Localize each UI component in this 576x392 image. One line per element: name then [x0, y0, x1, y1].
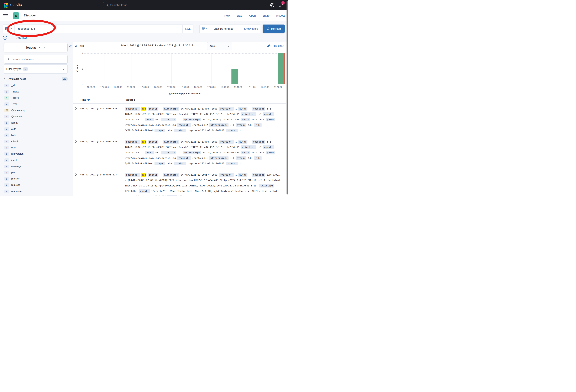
vertical-scrollbar[interactable]: [287, 1, 288, 195]
field-value: -: [160, 173, 161, 176]
nav-link-share[interactable]: Share: [262, 14, 269, 17]
field-name: _score: [11, 96, 19, 99]
field-item-_score[interactable]: #_score: [4, 95, 69, 101]
row-source: response: 404 ident: - timestamp: 04/Mar…: [125, 170, 284, 196]
field-item-_type[interactable]: t_type: [4, 101, 69, 107]
highlighted-value: 404: [141, 173, 146, 177]
index-pattern-select[interactable]: logstash-*: [4, 43, 68, 52]
refresh-button[interactable]: Refresh: [262, 25, 285, 33]
elastic-logo-icon[interactable]: [3, 2, 9, 8]
field-search-placeholder: Search field names: [12, 58, 34, 61]
query-band: response:404 KQL Last 15 minutes Show da…: [0, 21, 288, 42]
field-item-_id[interactable]: t_id: [4, 82, 69, 88]
field-item-ident[interactable]: tident: [4, 157, 69, 163]
chart-time-range: Mar 4, 2021 @ 16:58:30.112 - Mar 4, 2021…: [121, 44, 193, 47]
field-badge: _score:: [226, 129, 238, 132]
field-item-timestamp[interactable]: ttimestamp: [4, 194, 69, 196]
string-field-icon: t: [4, 146, 9, 149]
discover-app-badge[interactable]: D: [13, 12, 19, 19]
string-field-icon: t: [4, 134, 9, 137]
field-name: response: [11, 190, 22, 193]
query-input[interactable]: response:404: [15, 25, 182, 33]
nav-link-inspect[interactable]: Inspect: [276, 14, 285, 17]
field-value: /var/www/example.com/logs/access.log: [125, 157, 176, 159]
field-item-path[interactable]: tpath: [4, 169, 69, 176]
newsfeed-icon[interactable]: [279, 3, 284, 7]
documents-table: Time _source Mar 4, 2021 @ 17:13:07.876r…: [73, 98, 287, 196]
show-dates-button[interactable]: Show dates: [244, 25, 260, 33]
field-value: ByBN_3cB04dGovJLOawo: [125, 162, 153, 165]
field-item-httpversion[interactable]: thttpversion: [4, 151, 69, 157]
interval-select[interactable]: Auto: [207, 42, 232, 50]
quick-select-menu-button[interactable]: [200, 25, 211, 33]
global-search-placeholder: Search Elastic: [110, 4, 127, 7]
nav-link-save[interactable]: Save: [236, 14, 242, 17]
field-item-@version[interactable]: t@version: [4, 113, 69, 120]
field-name: path: [11, 171, 16, 174]
time-range-display[interactable]: Last 15 minutes: [211, 25, 244, 33]
nav-link-new[interactable]: New: [224, 14, 230, 17]
histogram-bar-17:13:00[interactable]: [278, 53, 285, 84]
field-item-message[interactable]: tmessage: [4, 163, 69, 169]
chart-plot-area[interactable]: [85, 53, 285, 84]
field-name: ident: [11, 159, 17, 162]
field-badge: _index:: [174, 129, 186, 132]
saved-query-menu-button[interactable]: [3, 25, 15, 33]
field-item-request[interactable]: trequest: [4, 182, 69, 188]
query-language-button[interactable]: KQL: [182, 25, 193, 33]
date-picker-group: Last 15 minutes Show dates: [200, 25, 261, 33]
string-field-icon: t: [4, 196, 9, 196]
x-tick-label: 17:13:00: [274, 86, 282, 88]
field-value: ::1: [257, 146, 261, 149]
field-value: 1.1: [230, 157, 234, 159]
field-value: Mar 4, 2021 @ 17:13:06.870: [203, 151, 239, 154]
field-name: message: [11, 165, 22, 168]
field-badge: message:: [252, 173, 265, 177]
x-tick-label: 17:00:00: [100, 86, 109, 88]
field-item-_index[interactable]: t_index: [4, 88, 69, 95]
collapse-sidebar-icon[interactable]: [69, 45, 73, 49]
field-search-input[interactable]: Search field names: [4, 55, 68, 64]
field-name: _index: [11, 90, 19, 93]
table-body: Mar 4, 2021 @ 17:13:07.876response: 404 …: [73, 104, 287, 196]
x-tick-label: 17:07:00: [194, 86, 202, 88]
field-badge: _score:: [226, 162, 238, 165]
field-item-referrer[interactable]: treferrer: [4, 176, 69, 182]
histogram-bar-17:09:30[interactable]: [231, 69, 238, 84]
menu-icon[interactable]: [3, 14, 8, 18]
field-badge: verb:: [167, 195, 177, 196]
interval-value: Auto: [209, 45, 215, 48]
field-badge: auth:: [238, 140, 247, 143]
expand-row-icon[interactable]: [74, 140, 78, 143]
hide-chart-button[interactable]: Hide chart: [266, 44, 284, 48]
field-item-agent[interactable]: tagent: [4, 120, 69, 126]
page-title: Discover: [24, 14, 36, 17]
field-badge: clientip:: [241, 145, 256, 149]
field-item-auth[interactable]: tauth: [4, 126, 69, 132]
global-search-input[interactable]: Search Elastic: [103, 2, 191, 8]
filter-icon: [3, 35, 7, 40]
field-item-response[interactable]: tresponse: [4, 188, 69, 194]
field-value: -: [249, 107, 250, 110]
add-filter-button[interactable]: + Add filter: [14, 36, 27, 39]
filter-by-type-button[interactable]: Filter by type 0: [4, 64, 68, 74]
expand-row-icon[interactable]: [74, 173, 78, 176]
field-item-host[interactable]: thost: [4, 145, 69, 151]
highlighted-value: 404: [141, 107, 146, 111]
help-icon[interactable]: [270, 3, 275, 7]
field-badge: agent:: [139, 189, 150, 193]
row-timestamp: Mar 4, 2021 @ 17:13:07.876: [80, 106, 117, 111]
available-fields-header[interactable]: Available fields 20: [4, 77, 68, 81]
nav-link-open[interactable]: Open: [249, 14, 256, 17]
string-field-icon: t: [4, 158, 9, 162]
field-value: 04/Mar/2021:22:13:06 +0000: [181, 107, 217, 110]
x-tick-label: 17:12:00: [261, 86, 269, 88]
field-item-@timestamp[interactable]: @timestamp: [4, 107, 69, 113]
available-fields-count-badge: 20: [62, 77, 68, 81]
filter-by-type-count-badge: 0: [23, 67, 28, 71]
time-column-header[interactable]: Time: [80, 98, 90, 101]
expand-row-icon[interactable]: [74, 107, 78, 110]
field-badge: @timestamp:: [183, 118, 201, 121]
field-item-bytes[interactable]: tbytes: [4, 132, 69, 138]
field-item-clientip[interactable]: tclientip: [4, 139, 69, 145]
